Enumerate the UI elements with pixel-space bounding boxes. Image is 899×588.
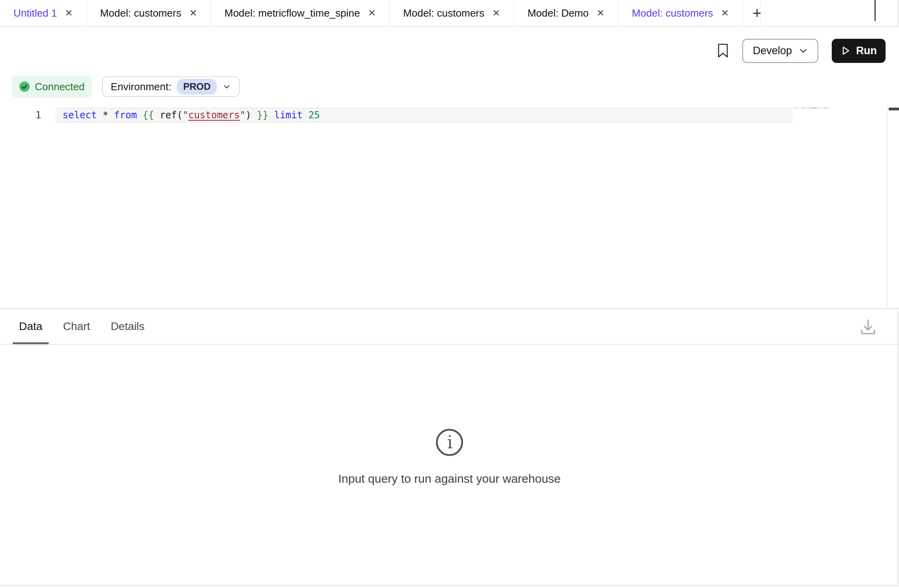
develop-button[interactable]: Develop [742, 39, 818, 63]
tab-data[interactable]: Data [19, 309, 42, 344]
line-number-gutter: 1 [0, 108, 55, 123]
info-icon: i [435, 428, 464, 457]
play-icon [840, 46, 851, 56]
editor-scrollbar[interactable] [887, 104, 899, 308]
chevron-down-icon [798, 46, 808, 55]
tab-chart[interactable]: Chart [63, 309, 90, 344]
empty-state: i Input query to run against your wareho… [0, 428, 899, 486]
tab-model-metricflow-time-spine[interactable]: Model: metricflow_time_spine ✕ [211, 0, 390, 26]
tab-strip-end-marker [874, 0, 876, 21]
develop-button-label: Develop [753, 45, 792, 57]
tab-model-customers-2[interactable]: Model: customers ✕ [390, 0, 514, 26]
close-icon[interactable]: ✕ [65, 8, 73, 18]
environment-label: Environment: [111, 81, 171, 93]
bookmark-icon[interactable] [717, 43, 729, 58]
right-edge-rule-bottom [897, 309, 898, 585]
close-icon[interactable]: ✕ [189, 8, 197, 18]
close-icon[interactable]: ✕ [721, 8, 729, 18]
line-number: 1 [36, 110, 41, 121]
connected-label: Connected [35, 81, 85, 93]
right-edge-rule-top [897, 0, 898, 27]
app-root: Untitled 1 ✕ Model: customers ✕ Model: m… [0, 0, 899, 588]
empty-state-message: Input query to run against your warehous… [0, 472, 899, 486]
close-icon[interactable]: ✕ [492, 8, 500, 18]
run-button[interactable]: Run [832, 39, 886, 63]
check-circle-icon [19, 81, 30, 92]
tab-untitled-1[interactable]: Untitled 1 ✕ [0, 0, 87, 26]
chevron-down-icon [222, 82, 231, 91]
new-tab-button[interactable]: + [743, 0, 771, 26]
minimap-code-line: select * from {{ ref("customers") }} lim… [794, 107, 830, 108]
tab-label: Model: metricflow_time_spine [224, 7, 360, 19]
sql-editor[interactable]: 1 select * from {{ ref("customers") }} l… [0, 101, 899, 308]
tab-model-customers-3[interactable]: Model: customers ✕ [618, 0, 743, 26]
tab-details[interactable]: Details [111, 309, 145, 344]
tab-model-customers-1[interactable]: Model: customers ✕ [87, 0, 211, 26]
tab-label: Model: Demo [527, 7, 589, 19]
tab-strip-divider [761, 0, 761, 26]
status-row: Connected Environment: PROD [12, 76, 240, 98]
bottom-rule [0, 585, 899, 586]
code-line: select * from {{ ref("customers") }} lim… [63, 108, 320, 122]
tab-label: Model: customers [100, 7, 181, 19]
download-icon[interactable] [856, 315, 880, 340]
scrollbar-thumb[interactable] [889, 108, 899, 110]
toolbar: Develop Run [717, 32, 886, 69]
close-icon[interactable]: ✕ [368, 8, 376, 18]
environment-value-badge: PROD [177, 79, 217, 95]
results-panel: Data Chart Details i Input query to run … [0, 309, 899, 585]
environment-selector[interactable]: Environment: PROD [102, 76, 240, 97]
tab-label: Model: customers [632, 7, 713, 19]
tab-label: Untitled 1 [13, 7, 57, 19]
editor-minimap[interactable]: select * from {{ ref("customers") }} lim… [794, 107, 887, 308]
close-icon[interactable]: ✕ [597, 8, 605, 18]
svg-text:i: i [447, 432, 453, 452]
active-line-highlight[interactable]: select * from {{ ref("customers") }} lim… [55, 108, 793, 123]
editor-tab-bar: Untitled 1 ✕ Model: customers ✕ Model: m… [0, 0, 899, 27]
tab-model-demo[interactable]: Model: Demo ✕ [514, 0, 618, 26]
connection-status-badge: Connected [12, 76, 92, 98]
tab-label: Model: customers [403, 7, 484, 19]
run-button-label: Run [856, 45, 877, 57]
results-tab-bar: Data Chart Details [0, 309, 899, 345]
